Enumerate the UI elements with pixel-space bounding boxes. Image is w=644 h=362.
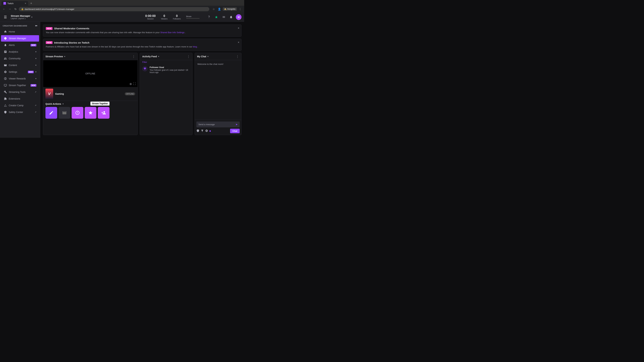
- hamburger-button[interactable]: ☰: [3, 14, 8, 20]
- community-icon: [4, 57, 7, 60]
- stream-video-area: OFFLINE ⚙ ⛶: [43, 60, 138, 87]
- my-chat-title: My Chat: [197, 55, 206, 58]
- content-area: NEW Shared Moderator Comments You can no…: [40, 22, 244, 138]
- menu-button[interactable]: ⋮: [238, 7, 242, 11]
- video-fullscreen-button[interactable]: ⛶: [133, 82, 136, 86]
- followers-value: 0: [173, 14, 181, 18]
- sidebar-item-streaming-tools[interactable]: Streaming Tools ↗: [1, 89, 39, 95]
- sidebar-item-creator-camp[interactable]: Creator Camp ↗: [1, 102, 39, 109]
- bitrate-label: Bitrate: [186, 15, 192, 17]
- quick-actions-grid: Stream Together: [46, 107, 135, 119]
- quick-action-add-user-button[interactable]: [98, 107, 110, 119]
- video-settings-button[interactable]: ⚙: [130, 82, 132, 86]
- game-card: Gaming OFFLINE: [43, 87, 138, 101]
- sidebar-item-label: Streaming Tools: [9, 91, 33, 93]
- stream-preview-title: Stream Preview: [46, 55, 63, 58]
- activity-filter-button[interactable]: Filter: [140, 60, 192, 64]
- active-tab[interactable]: T Twitch ×: [1, 1, 28, 6]
- banner-link[interactable]: Shared Ban Info Settings: [160, 31, 184, 34]
- banner-body: Partners & Affiliates who have had at le…: [46, 45, 239, 48]
- new-tab-button[interactable]: +: [29, 1, 34, 6]
- my-chat-dropdown[interactable]: ▾: [208, 55, 208, 58]
- chevron-down-icon: ▾: [36, 77, 36, 80]
- forward-button[interactable]: →: [8, 7, 12, 11]
- offline-badge: OFFLINE: [125, 92, 135, 95]
- new-badge: NEW: [46, 41, 52, 44]
- chat-filter-button[interactable]: [201, 129, 204, 133]
- activity-feed-dropdown[interactable]: ▾: [158, 55, 159, 58]
- chat-send-icon[interactable]: ➤: [236, 123, 238, 126]
- banner-close-button[interactable]: ×: [238, 41, 239, 44]
- activity-feed-more-button[interactable]: ⋮: [187, 55, 190, 58]
- sidebar-section-label: CREATOR DASHBOARD ⬅: [0, 22, 40, 28]
- header-title: Stream Manager: [11, 14, 30, 17]
- main-layout: CREATOR DASHBOARD ⬅ Home Stream Manager: [0, 22, 244, 138]
- sidebar-item-stream-together[interactable]: Stream Together NEW: [1, 82, 39, 88]
- banner-close-button[interactable]: ×: [238, 27, 239, 30]
- address-bar[interactable]: 🔒 dashboard.twitch.tv/u/moodjoy071/strea…: [19, 7, 209, 11]
- video-controls: ⚙ ⛶: [130, 82, 136, 86]
- new-badge: NEW: [46, 27, 52, 30]
- my-chat-panel: My Chat ▾ ⋮ Welcome to the chat room! Se…: [194, 53, 242, 135]
- chat-input-placeholder[interactable]: Send a message: [198, 123, 234, 126]
- refresh-button[interactable]: ↻: [13, 7, 18, 11]
- mail-button[interactable]: ✉: [221, 14, 226, 20]
- chat-shield-button[interactable]: [196, 129, 200, 133]
- sidebar: CREATOR DASHBOARD ⬅ Home Stream Manager: [0, 22, 40, 138]
- sidebar-item-safety-center[interactable]: Safety Center ↗: [1, 109, 39, 115]
- new-badge: NEW: [30, 84, 36, 87]
- sidebar-item-label: Viewer Rewards: [9, 77, 34, 80]
- sidebar-item-community[interactable]: Community ▾: [1, 55, 39, 62]
- bookmark-button[interactable]: ☆: [211, 7, 216, 11]
- banner-link[interactable]: blog: [193, 45, 197, 48]
- offline-label: OFFLINE: [85, 72, 95, 75]
- sidebar-item-label: Home: [9, 30, 36, 33]
- stream-preview-dropdown[interactable]: ▾: [64, 55, 65, 58]
- my-chat-more-button[interactable]: ⋮: [236, 55, 239, 58]
- banner-header: NEW Introducing Stories on Twitch: [46, 41, 239, 44]
- header-stats: 0:00:00 Session 0 Viewers 0 Followers Bi…: [145, 14, 200, 20]
- viewers-stat: 0 Viewers: [161, 14, 168, 20]
- quick-action-star-button[interactable]: [85, 107, 96, 119]
- chat-input-row[interactable]: Send a message ➤: [196, 121, 240, 127]
- game-thumbnail: [46, 89, 53, 99]
- notifications-button[interactable]: [228, 14, 234, 20]
- stream-preview-panel: Stream Preview ▾ ⋮ OFFLINE ⚙ ⛶: [43, 53, 138, 135]
- stream-together-icon: [4, 84, 7, 87]
- tab-close-button[interactable]: ×: [25, 2, 26, 5]
- chat-settings-button[interactable]: [205, 129, 208, 133]
- extensions-icon: [4, 97, 7, 100]
- chat-send-button[interactable]: Chat: [230, 129, 240, 133]
- browser-chrome: T Twitch × + ← → ↻ 🔒 dashboard.twitch.tv…: [0, 0, 244, 12]
- sidebar-item-alerts[interactable]: Alerts NEW: [1, 42, 39, 48]
- panels-row: Stream Preview ▾ ⋮ OFFLINE ⚙ ⛶: [43, 53, 242, 135]
- quick-action-scene-button[interactable]: [58, 107, 70, 119]
- sidebar-item-settings[interactable]: Settings NEW ▾: [1, 69, 39, 75]
- collapse-sidebar-button[interactable]: ⬅: [35, 24, 38, 27]
- chat-welcome-text: Welcome to the chat room!: [195, 60, 241, 68]
- creator-camp-icon: [4, 104, 7, 107]
- tab-title: Twitch: [8, 2, 14, 5]
- quick-action-edit-button[interactable]: [46, 107, 57, 119]
- lock-icon: 🔒: [21, 8, 24, 10]
- external-link-icon: ↗: [35, 111, 36, 113]
- boost-button[interactable]: [214, 14, 219, 20]
- quick-action-highlight-button[interactable]: [72, 107, 83, 119]
- sidebar-item-extensions[interactable]: Extensions: [1, 95, 39, 102]
- notification-banner-1: NEW Shared Moderator Comments You can no…: [43, 24, 242, 37]
- stream-preview-more-button[interactable]: ⋮: [132, 55, 135, 58]
- sidebar-item-content[interactable]: Content ▾: [1, 62, 39, 68]
- sidebar-item-home[interactable]: Home: [1, 28, 39, 35]
- avatar-button[interactable]: M: [236, 14, 242, 20]
- help-button[interactable]: ?: [206, 14, 212, 20]
- sidebar-item-viewer-rewards[interactable]: Viewer Rewards ▾: [1, 75, 39, 82]
- sidebar-item-stream-manager[interactable]: Stream Manager: [1, 35, 39, 41]
- header-dropdown-arrow[interactable]: ▾: [31, 16, 32, 18]
- followers-label: Followers: [173, 18, 181, 20]
- back-button[interactable]: ←: [2, 7, 6, 11]
- url-text: dashboard.twitch.tv/u/moodjoy071/stream-…: [25, 8, 74, 10]
- incognito-icon: 🕵: [224, 8, 226, 10]
- profile-button[interactable]: 👤: [217, 7, 222, 11]
- sidebar-item-analytics[interactable]: Analytics ▾: [1, 49, 39, 55]
- quick-actions-dropdown[interactable]: ▾: [62, 103, 64, 105]
